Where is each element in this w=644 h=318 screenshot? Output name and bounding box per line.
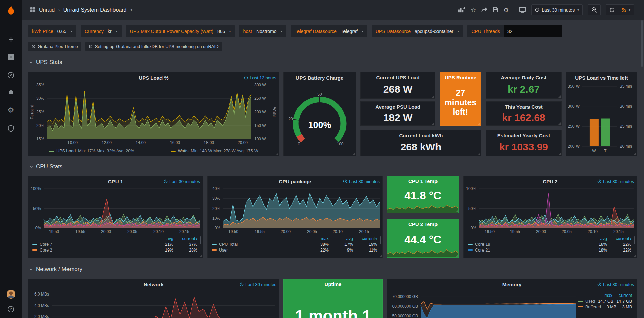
stat-value: 182 W: [361, 112, 435, 125]
panel-title[interactable]: CPU package: [279, 179, 311, 184]
section-cpu-stats[interactable]: CPU Stats: [29, 163, 62, 170]
dashboard-grid-icon[interactable]: [30, 7, 36, 13]
section-network-memory[interactable]: Network / Memory: [29, 266, 82, 273]
panel-ups-load-vs-time-left: UPS Load vs Time left 350 W300 W250 W200…: [566, 72, 637, 156]
cpu-package-chart[interactable]: 40%30%20%10%0%19:5019:5520:0020:0520:102…: [208, 187, 382, 235]
create-icon[interactable]: [7, 35, 15, 44]
panel-title[interactable]: Current UPS Load: [376, 75, 419, 80]
explore-icon[interactable]: [7, 71, 15, 79]
chevron-down-icon[interactable]: ▾: [130, 8, 132, 12]
cpu-threads-input[interactable]: [504, 25, 562, 37]
alerting-icon[interactable]: [7, 88, 15, 97]
network-chart[interactable]: 6.0 MBs4.0 MBs2.0 MBs: [28, 290, 279, 318]
axlab: Percent: [30, 85, 35, 139]
cpu1-chart[interactable]: 100%50%0%19:5019:5520:0020:0520:1020:15: [28, 187, 203, 235]
panel-title[interactable]: UPS Battery Charge: [296, 75, 344, 81]
clock-icon: [244, 76, 248, 80]
stat-value: 268 W: [361, 82, 435, 98]
legend-item[interactable]: UPS LoadMin: 17% Max: 32% Avg: 20%: [49, 149, 134, 153]
variable-ups-max-power[interactable]: UPS Max Output Power Capacity (Watt)865▾: [126, 25, 235, 37]
panel-legend: avgcurrent▾ Core 721%37% Core 219%28%: [28, 235, 203, 258]
legend-header[interactable]: avg: [583, 236, 607, 241]
chevron-down-icon: ▾: [629, 8, 630, 12]
time-range-picker[interactable]: Last 30 minutes ▾: [531, 4, 583, 15]
panel-title[interactable]: Current Load kWh: [399, 133, 443, 138]
grafana-logo[interactable]: [0, 0, 22, 21]
xtick: 10:00: [62, 140, 83, 145]
user-avatar[interactable]: [7, 290, 15, 299]
section-ups-stats[interactable]: UPS Stats: [29, 59, 62, 66]
legend-header[interactable]: max: [305, 236, 329, 241]
breadcrumb-dashboard-title[interactable]: Unraid System Dashboard: [63, 7, 127, 13]
xtick: 20:05: [557, 229, 577, 234]
legend-header-sort[interactable]: current▾: [607, 236, 631, 241]
configuration-icon[interactable]: ⚙: [7, 106, 15, 115]
panel-title[interactable]: UPS Load vs Time left: [575, 75, 628, 81]
xtick: 20:00: [531, 229, 551, 234]
panel-title[interactable]: UPS Runtime: [445, 75, 476, 80]
legend-header-sort[interactable]: current▾: [353, 236, 377, 241]
panel-title[interactable]: Memory: [502, 282, 522, 287]
legend-header[interactable]: avg: [329, 236, 353, 241]
ups-load-chart[interactable]: 35%30%25%20%15%300 W250 W200 W150 W100 W…: [28, 83, 279, 146]
panel-title[interactable]: CPU 1: [108, 179, 123, 184]
legend-scrollbar[interactable]: [200, 236, 201, 244]
xtick: 12:00: [97, 140, 117, 145]
variable-ups-datasource[interactable]: UPS Datasourceapcupsd-container▾: [372, 25, 463, 37]
star-button[interactable]: ☆: [471, 7, 476, 13]
xtick: 19:50: [44, 229, 64, 234]
series-dash: [468, 244, 473, 245]
ytick: 350 W: [566, 84, 580, 89]
tv-cycle-view-button[interactable]: [519, 7, 526, 13]
clock-icon: [597, 179, 601, 183]
panel-cpu-package: CPU package Last 30 minutes 40%30%20%10%…: [207, 176, 383, 258]
variable-telegraf-datasource[interactable]: Telegraf DatasourceTelegraf▾: [291, 25, 367, 37]
panel-title[interactable]: Network: [144, 282, 164, 287]
legend-scrollbar[interactable]: [380, 236, 381, 244]
ups-battery-gauge[interactable]: 02050100100%: [284, 83, 356, 156]
page-scrollbar[interactable]: [641, 20, 643, 67]
panel-average-daily-cost: Average Daily Cost kr 2.67: [486, 72, 562, 99]
legend-item[interactable]: WattsMin: 148 W Max: 278 W Avg: 175 W: [171, 149, 258, 153]
panel-title[interactable]: Estimated Yearly Cost: [497, 133, 550, 138]
memory-chart[interactable]: 70.000000 GB60.000000 GB50.000000 GB: [387, 290, 578, 318]
legend-scrollbar[interactable]: [634, 236, 635, 244]
legend-header-sort[interactable]: current▾: [173, 236, 197, 241]
share-button[interactable]: [481, 7, 488, 13]
dashboards-icon[interactable]: [7, 53, 15, 61]
panel-ups-load: UPS Load % Last 12 hours 35%30%25%20%15%…: [28, 72, 279, 156]
ytick: 150 W: [254, 123, 266, 128]
server-admin-icon[interactable]: [7, 124, 15, 133]
variable-host[interactable]: hostNostromo▾: [239, 25, 286, 37]
ytick: 0%: [464, 225, 476, 231]
variable-kwh-price[interactable]: kWh Price0.65▾: [28, 25, 76, 37]
refresh-interval[interactable]: 5s: [621, 7, 626, 13]
cpu2-chart[interactable]: 100%50%0%19:5019:5520:0020:0520:1020:15: [464, 187, 637, 235]
ytick: 30 min: [620, 104, 632, 109]
panel-title[interactable]: Average PSU Load: [375, 104, 420, 110]
panel-title[interactable]: CPU 2 Temp: [408, 221, 438, 227]
legend-header[interactable]: current: [612, 293, 632, 298]
legend-header[interactable]: avg: [149, 236, 173, 241]
xtick: 14:00: [131, 140, 151, 145]
refresh-button[interactable]: 5s ▾: [606, 4, 634, 15]
panel-title[interactable]: CPU 2: [543, 179, 557, 184]
panel-title[interactable]: CPU 1 Temp: [408, 178, 438, 184]
variable-currency[interactable]: Currencykr▾: [81, 25, 122, 37]
legend-header[interactable]: max: [593, 293, 612, 298]
zoom-out-button[interactable]: [588, 4, 601, 15]
dashboard-link-plex-theme[interactable]: Grafana Plex Theme: [28, 42, 81, 51]
panel-title[interactable]: Uptime: [325, 281, 342, 287]
dashboard-link-ups-guide[interactable]: Setting up Grafana and InfluxDB for UPS …: [85, 42, 222, 51]
panel-title[interactable]: Average Daily Cost: [501, 75, 546, 80]
help-icon[interactable]: ?: [7, 305, 15, 313]
series-dash: [212, 244, 217, 245]
ups-load-vs-time-chart[interactable]: 350 W300 W250 W200 W35 min30 min25 min20…: [566, 83, 637, 156]
add-panel-button[interactable]: [458, 7, 466, 13]
dashboard-settings-button[interactable]: ⚙: [503, 7, 509, 13]
breadcrumb-folder[interactable]: Unraid: [39, 7, 55, 13]
legend-row: User22%9%11%: [212, 247, 377, 253]
panel-title[interactable]: This Years Cost: [505, 104, 542, 110]
save-button[interactable]: [493, 7, 498, 13]
panel-title[interactable]: UPS Load %: [139, 75, 168, 81]
